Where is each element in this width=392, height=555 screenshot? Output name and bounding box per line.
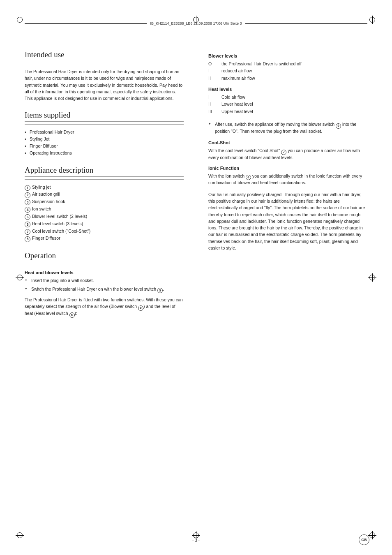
list-item: Styling Jet (25, 136, 184, 143)
level-code: I (208, 67, 217, 74)
appliance-description-section: Appliance description 1 Styling jet 2 Ai… (25, 166, 184, 243)
file-header: IB_KH2114_E23288_LB6 22.09.2008 17:06 Uh… (25, 21, 367, 25)
ionic-body: Our hair is naturally positively charged… (208, 191, 367, 251)
level-item: O the Professional Hair Dryer is switche… (208, 60, 367, 67)
intended-use-section: Intended use The Professional Hair Dryer… (25, 50, 184, 102)
item-label: Ion switch (32, 206, 51, 213)
heat-ref-6: 6 (69, 312, 75, 318)
item-number-1: 1 (25, 185, 30, 191)
item-number-7: 7 (25, 229, 30, 235)
level-code: II (208, 101, 217, 108)
left-column: Intended use The Professional Hair Dryer… (25, 41, 190, 530)
item-label: Cool level switch ("Cool-Shot") (32, 228, 90, 235)
level-desc: the Professional Hair Dryer is switched … (221, 60, 302, 67)
operation-body: The Professional Hair Dryer is fitted wi… (25, 296, 184, 317)
reg-mark-bl (16, 531, 24, 539)
reg-mark-tl (16, 16, 24, 24)
item-number-2: 2 (25, 192, 30, 198)
list-item: Finger Diffusor (25, 143, 184, 150)
right-column: Blower levels O the Professional Hair Dr… (202, 41, 367, 530)
intended-use-title: Intended use (25, 50, 184, 61)
cool-shot-subtitle: Cool-Shot (208, 140, 367, 145)
after-use-num: 5 (336, 123, 341, 129)
items-list: Professional Hair Dryer Styling Jet Fing… (25, 129, 184, 156)
item-label: Heat level switch (3 levels) (32, 220, 83, 228)
item-number-6: 6 (25, 222, 30, 227)
appliance-description-title: Appliance description (25, 166, 184, 177)
level-code: I (208, 94, 217, 101)
item-label: Blower level switch (2 levels) (32, 213, 87, 220)
level-item: I reduced air flow (208, 67, 367, 74)
item-label: Air suction grill (32, 191, 60, 198)
level-item: III Upper heat level (208, 108, 367, 115)
operation-section: Operation Heat and blower levels Insert … (25, 251, 184, 317)
level-desc: maximum air flow (221, 75, 255, 82)
main-content: Intended use The Professional Hair Dryer… (25, 41, 367, 530)
level-code: O (208, 60, 217, 67)
intended-use-body: The Professional Hair Dryer is intended … (25, 68, 184, 102)
blower-levels-list: O the Professional Hair Dryer is switche… (208, 60, 367, 82)
list-item: Operating Instructions (25, 150, 184, 157)
item-number-4: 4 (25, 207, 30, 213)
page-number: - 3 - (192, 538, 200, 543)
level-desc: Upper heat level (221, 108, 253, 115)
level-desc: Lower heat level (221, 101, 253, 108)
list-item: 4 Ion switch (25, 206, 184, 213)
list-item: 6 Heat level switch (3 levels) (25, 220, 184, 228)
items-supplied-section: Items supplied Professional Hair Dryer S… (25, 111, 184, 156)
level-code: II (208, 75, 217, 82)
intended-use-divider (25, 64, 184, 64)
items-supplied-title: Items supplied (25, 111, 184, 122)
item-label: Styling jet (32, 184, 51, 191)
list-item: 1 Styling jet (25, 184, 184, 191)
step2: Switch the Professional Hair Dryer on wi… (25, 286, 184, 293)
item-label: Finger Diffusor (32, 235, 60, 242)
item-number-8: 8 (25, 236, 30, 242)
file-info-text: IB_KH2114_E23288_LB6 22.09.2008 17:06 Uh… (147, 21, 245, 25)
item-number-3: 3 (25, 199, 30, 205)
blower-levels-section: Blower levels O the Professional Hair Dr… (208, 53, 367, 251)
step2-text: Switch the Professional Hair Dryer on wi… (31, 287, 164, 291)
appliance-description-divider (25, 179, 184, 180)
reg-mark-mr (368, 273, 376, 282)
header-line-left (25, 23, 147, 24)
level-code: III (208, 108, 217, 115)
page: IB_KH2114_E23288_LB6 22.09.2008 17:06 Uh… (0, 0, 392, 555)
reg-mark-tr (368, 16, 376, 24)
ionic-num: 4 (246, 175, 251, 180)
item-label: Suspension hook (32, 198, 65, 206)
items-supplied-divider (25, 124, 184, 125)
list-item: 8 Finger Diffusor (25, 235, 184, 242)
blower-levels-subtitle: Blower levels (208, 53, 367, 58)
heat-blower-subtitle: Heat and blower levels (25, 270, 184, 275)
level-item: II maximum air flow (208, 75, 367, 82)
reg-mark-ml (16, 273, 24, 282)
list-item: 5 Blower level switch (2 levels) (25, 213, 184, 220)
cool-shot-body: With the cool level switch "Cool-Shot" 7… (208, 147, 367, 161)
heat-levels-list: I Cold air flow II Lower heat level III … (208, 94, 367, 115)
country-badge: GB (359, 534, 369, 545)
level-desc: Cold air flow (221, 94, 245, 101)
operation-title: Operation (25, 251, 184, 262)
heat-levels-subtitle: Heat levels (208, 87, 367, 92)
ionic-subtitle: Ionic Function (208, 166, 367, 171)
header-line-right (245, 23, 367, 24)
level-desc: reduced air flow (221, 67, 252, 74)
ionic-intro: With the Ion switch 4 you can additional… (208, 173, 367, 186)
item-number-5: 5 (25, 214, 30, 220)
appliance-list: 1 Styling jet 2 Air suction grill 3 Susp… (25, 184, 184, 243)
list-item: Professional Hair Dryer (25, 129, 184, 136)
list-item: 2 Air suction grill (25, 191, 184, 198)
list-item: 3 Suspension hook (25, 198, 184, 206)
level-item: I Cold air flow (208, 94, 367, 101)
step2-num: 5 (157, 288, 163, 293)
level-item: II Lower heat level (208, 101, 367, 108)
step1: Insert the plug into a wall socket. (25, 277, 184, 284)
operation-divider (25, 265, 184, 265)
cool-shot-num: 7 (281, 150, 286, 155)
after-use-note: After use, switch the appliance off by m… (208, 121, 367, 134)
list-item: 7 Cool level switch ("Cool-Shot") (25, 228, 184, 235)
step1-text: Insert the plug into a wall socket. (31, 278, 94, 283)
blower-ref-5: 5 (138, 305, 143, 311)
reg-mark-br (368, 531, 376, 539)
